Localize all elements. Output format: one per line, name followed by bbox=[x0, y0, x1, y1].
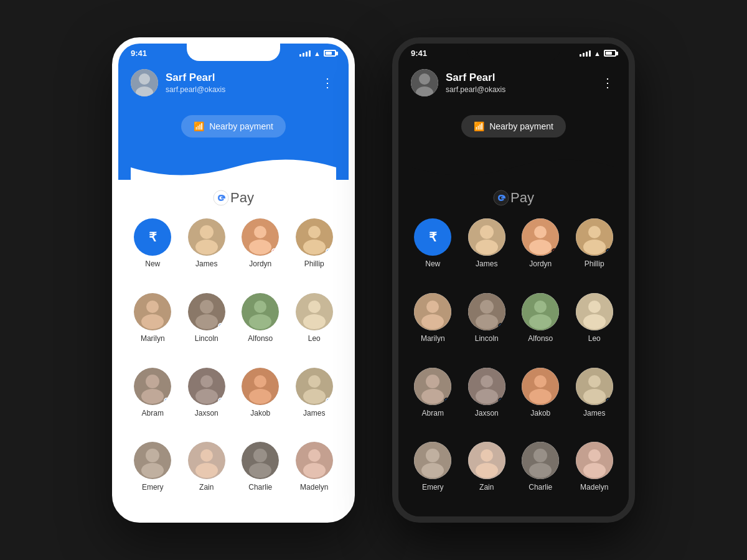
svg-point-54 bbox=[480, 225, 494, 239]
contact-item-phillip-3[interactable]: Phillip bbox=[288, 213, 342, 286]
contact-item-emery-12[interactable]: Emery bbox=[126, 437, 180, 509]
contact-item-jakob-10[interactable]: Jakob bbox=[233, 363, 288, 435]
more-menu-light[interactable]: ⋮ bbox=[319, 73, 336, 93]
contact-item-jaxson-9[interactable]: Jaxson bbox=[180, 363, 234, 435]
contact-item-lincoln-5[interactable]: Lincoln bbox=[180, 288, 234, 360]
wifi-icon-light: ▲ bbox=[314, 50, 321, 57]
contact-avatar-jaxson bbox=[188, 368, 225, 405]
contact-name-emery: Emery bbox=[142, 483, 164, 492]
new-payment-btn[interactable]: ₹ bbox=[414, 218, 451, 256]
contact-item-leo-7[interactable]: Leo bbox=[568, 288, 622, 360]
contact-item-marilyn-4[interactable]: Marilyn bbox=[126, 288, 180, 360]
contact-name-madelyn: Madelyn bbox=[300, 483, 328, 492]
contact-item-jaxson-9[interactable]: Jaxson bbox=[460, 363, 514, 435]
signal-bar-d2 bbox=[583, 53, 585, 57]
svg-point-88 bbox=[421, 463, 444, 478]
contact-item-jakob-10[interactable]: Jakob bbox=[514, 363, 568, 435]
contact-item-zain-13[interactable]: Zain bbox=[460, 437, 514, 509]
svg-point-5 bbox=[200, 225, 214, 239]
contact-item-madelyn-15[interactable]: Madelyn bbox=[568, 437, 622, 509]
contact-item-madelyn-15[interactable]: Madelyn bbox=[288, 437, 342, 509]
online-dot bbox=[498, 323, 504, 329]
svg-point-67 bbox=[476, 314, 498, 329]
user-email-light: sarf.pearl@okaxis bbox=[166, 85, 225, 94]
signal-bars-light bbox=[299, 50, 311, 57]
contact-avatar-jordyn bbox=[242, 218, 279, 256]
contact-name-marilyn: Marilyn bbox=[421, 334, 445, 343]
contact-item-lincoln-5[interactable]: Lincoln bbox=[460, 288, 514, 360]
signal-bar-d3 bbox=[586, 52, 588, 57]
gpay-text-light: Pay bbox=[230, 190, 254, 206]
online-dot bbox=[444, 398, 450, 404]
contact-item-marilyn-4[interactable]: Marilyn bbox=[406, 288, 460, 360]
avatar-dark bbox=[411, 69, 438, 96]
online-dot bbox=[218, 323, 224, 329]
user-name-dark: Sarf Pearl bbox=[446, 72, 505, 84]
svg-point-91 bbox=[476, 463, 498, 478]
contact-item-zain-13[interactable]: Zain bbox=[180, 437, 234, 509]
user-info-light: Sarf Pearl sarf.pearl@okaxis bbox=[131, 69, 225, 96]
contact-item-charlie-14[interactable]: Charlie bbox=[233, 437, 288, 509]
svg-point-6 bbox=[195, 240, 218, 254]
online-dot bbox=[498, 398, 504, 404]
contact-name-james: James bbox=[303, 409, 325, 418]
time-dark: 9:41 bbox=[411, 49, 427, 58]
user-details-light: Sarf Pearl sarf.pearl@okaxis bbox=[166, 72, 225, 94]
svg-point-96 bbox=[588, 449, 601, 462]
contact-item-new-0[interactable]: ₹ New bbox=[406, 213, 460, 286]
contact-name-jaxson: Jaxson bbox=[195, 409, 218, 418]
svg-point-24 bbox=[303, 314, 326, 329]
battery-icon-dark bbox=[604, 50, 616, 57]
contact-avatar-leo bbox=[576, 293, 613, 330]
contact-item-james-1[interactable]: James bbox=[180, 213, 234, 286]
contact-name-zain: Zain bbox=[199, 483, 214, 492]
contact-item-phillip-3[interactable]: Phillip bbox=[568, 213, 622, 286]
svg-point-9 bbox=[249, 240, 271, 254]
nearby-container-light: 📶 Nearby payment bbox=[131, 115, 336, 155]
svg-point-73 bbox=[583, 314, 606, 329]
contact-item-alfonso-6[interactable]: Alfonso bbox=[514, 288, 568, 360]
nearby-btn-light[interactable]: 📶 Nearby payment bbox=[181, 115, 286, 138]
svg-point-94 bbox=[529, 463, 552, 478]
contact-avatar-abram bbox=[134, 368, 171, 405]
contact-item-abram-8[interactable]: Abram bbox=[406, 363, 460, 435]
svg-point-45 bbox=[249, 463, 271, 478]
more-menu-dark[interactable]: ⋮ bbox=[599, 73, 616, 93]
signal-bar-d1 bbox=[580, 54, 581, 57]
contact-item-new-0[interactable]: ₹ New bbox=[126, 213, 180, 286]
svg-point-87 bbox=[426, 449, 439, 462]
contact-item-abram-8[interactable]: Abram bbox=[126, 363, 180, 435]
contact-avatar-james bbox=[188, 218, 225, 256]
nearby-label-light: Nearby payment bbox=[209, 121, 273, 131]
online-dot bbox=[606, 398, 612, 404]
contact-name-charlie: Charlie bbox=[248, 483, 272, 492]
face-svg-emery bbox=[414, 442, 451, 479]
svg-point-50 bbox=[419, 73, 430, 85]
notch-light bbox=[187, 44, 280, 61]
svg-point-76 bbox=[421, 389, 444, 404]
svg-point-69 bbox=[534, 301, 547, 313]
contact-avatar-phillip bbox=[296, 218, 333, 256]
rupee-icon: ₹ bbox=[149, 230, 157, 245]
face-svg-leo bbox=[296, 293, 333, 330]
contact-item-alfonso-6[interactable]: Alfonso bbox=[233, 288, 288, 360]
gpay-logo-light: Pay bbox=[118, 180, 349, 211]
contact-item-james-11[interactable]: James bbox=[568, 363, 622, 435]
contact-name-leo: Leo bbox=[588, 334, 601, 343]
nearby-btn-dark[interactable]: 📶 Nearby payment bbox=[461, 115, 566, 138]
contact-item-charlie-14[interactable]: Charlie bbox=[514, 437, 568, 509]
contact-item-leo-7[interactable]: Leo bbox=[288, 288, 342, 360]
avatar-light bbox=[131, 69, 158, 96]
new-payment-btn[interactable]: ₹ bbox=[134, 218, 171, 256]
wifi-icon-dark: ▲ bbox=[594, 50, 601, 57]
svg-point-66 bbox=[480, 300, 494, 314]
contact-item-james-1[interactable]: James bbox=[460, 213, 514, 286]
contact-avatar-madelyn bbox=[296, 442, 333, 479]
contact-name-new: New bbox=[425, 259, 440, 268]
contact-item-jordyn-2[interactable]: Jordyn bbox=[233, 213, 288, 286]
contact-item-james-11[interactable]: James bbox=[288, 363, 342, 435]
contact-item-jordyn-2[interactable]: Jordyn bbox=[514, 213, 568, 286]
contact-item-emery-12[interactable]: Emery bbox=[406, 437, 460, 509]
svg-point-36 bbox=[303, 389, 326, 404]
contact-name-alfonso: Alfonso bbox=[248, 334, 273, 343]
